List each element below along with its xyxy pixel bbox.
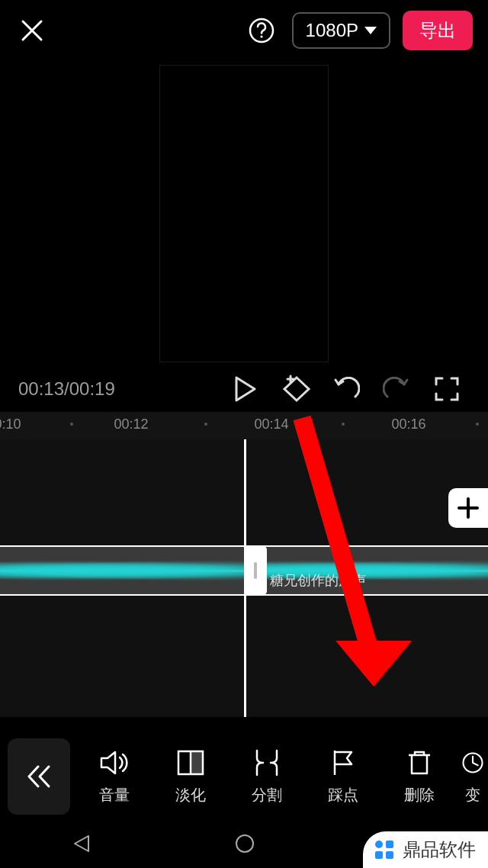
triangle-back-icon xyxy=(72,834,92,854)
redo-button[interactable] xyxy=(374,366,419,412)
svg-rect-10 xyxy=(375,851,383,859)
playback-bar: 00:13/00:19 xyxy=(0,366,488,412)
svg-point-6 xyxy=(236,835,253,852)
chevron-down-icon xyxy=(364,27,377,34)
trash-icon xyxy=(405,748,434,777)
svg-point-1 xyxy=(260,35,262,37)
nav-home-button[interactable] xyxy=(234,833,255,857)
svg-rect-4 xyxy=(191,751,203,774)
fullscreen-icon xyxy=(435,377,459,401)
export-button[interactable]: 导出 xyxy=(403,11,473,50)
svg-rect-9 xyxy=(386,841,393,848)
audio-clip-left[interactable] xyxy=(0,547,244,594)
fade-icon xyxy=(176,748,205,777)
tool-split[interactable]: 分割 xyxy=(229,731,305,822)
undo-icon xyxy=(332,377,360,401)
tool-delete[interactable]: 删除 xyxy=(381,731,458,822)
ruler-tick: 00:12 xyxy=(114,416,148,432)
nav-back-button[interactable] xyxy=(72,834,92,857)
redo-icon xyxy=(383,377,410,401)
svg-point-8 xyxy=(375,841,383,848)
resolution-dropdown[interactable]: 1080P xyxy=(292,12,390,49)
tool-speed[interactable]: 变 xyxy=(458,731,488,822)
video-frame[interactable] xyxy=(159,65,329,362)
tool-volume[interactable]: 音量 xyxy=(76,731,152,822)
tool-beat[interactable]: 踩点 xyxy=(305,731,381,822)
ruler-dot xyxy=(476,423,479,426)
tool-fade[interactable]: 淡化 xyxy=(152,731,229,822)
total-time: 00:19 xyxy=(69,378,115,399)
help-button[interactable] xyxy=(246,15,277,46)
tool-bar: 音量 淡化 分割 踩点 删除 变 xyxy=(0,731,488,822)
svg-rect-11 xyxy=(386,851,393,859)
speed-icon xyxy=(458,748,487,777)
timeline[interactable]: 0:10 00:12 00:14 00:16 糖兄创作的原声 xyxy=(0,412,488,717)
add-track-button[interactable] xyxy=(448,488,488,528)
tool-label: 音量 xyxy=(99,785,130,805)
close-icon xyxy=(20,18,44,43)
keyframe-button[interactable] xyxy=(273,366,319,412)
audio-clip-right[interactable]: 糖兄创作的原声 xyxy=(244,547,488,594)
tool-label: 变 xyxy=(465,785,480,805)
fullscreen-button[interactable] xyxy=(424,366,470,412)
watermark-logo-icon xyxy=(372,837,396,862)
ruler-tick: 0:10 xyxy=(0,416,21,432)
tool-label: 踩点 xyxy=(328,785,358,805)
clip-handle[interactable] xyxy=(244,545,267,596)
resolution-label: 1080P xyxy=(306,20,358,41)
volume-icon xyxy=(100,748,129,777)
chevron-double-left-icon xyxy=(24,764,53,789)
back-button[interactable] xyxy=(8,738,70,815)
ruler-dot xyxy=(342,423,345,426)
tool-label: 分割 xyxy=(252,785,282,805)
tool-label: 淡化 xyxy=(175,785,206,805)
video-preview xyxy=(0,61,488,366)
split-icon xyxy=(252,748,281,777)
ruler-dot xyxy=(204,423,207,426)
playhead[interactable] xyxy=(244,439,246,717)
tool-label: 删除 xyxy=(404,785,435,805)
help-icon xyxy=(248,17,275,44)
time-display: 00:13/00:19 xyxy=(18,378,115,400)
ruler-dot xyxy=(70,423,73,426)
circle-home-icon xyxy=(234,833,255,854)
plus-icon xyxy=(457,497,480,519)
top-bar: 1080P 导出 xyxy=(0,0,488,61)
close-button[interactable] xyxy=(15,14,49,47)
play-icon xyxy=(234,376,257,402)
undo-button[interactable] xyxy=(323,366,369,412)
timeline-ruler[interactable]: 0:10 00:12 00:14 00:16 xyxy=(0,412,488,439)
watermark-text: 鼎品软件 xyxy=(403,837,476,862)
keyframe-icon xyxy=(280,375,312,403)
ruler-tick: 00:16 xyxy=(391,416,425,432)
flag-icon xyxy=(329,748,358,777)
ruler-tick: 00:14 xyxy=(254,416,288,432)
audio-clip-label: 糖兄创作的原声 xyxy=(270,571,366,590)
current-time: 00:13 xyxy=(18,378,64,399)
play-button[interactable] xyxy=(223,366,268,412)
watermark: 鼎品软件 xyxy=(363,831,488,868)
